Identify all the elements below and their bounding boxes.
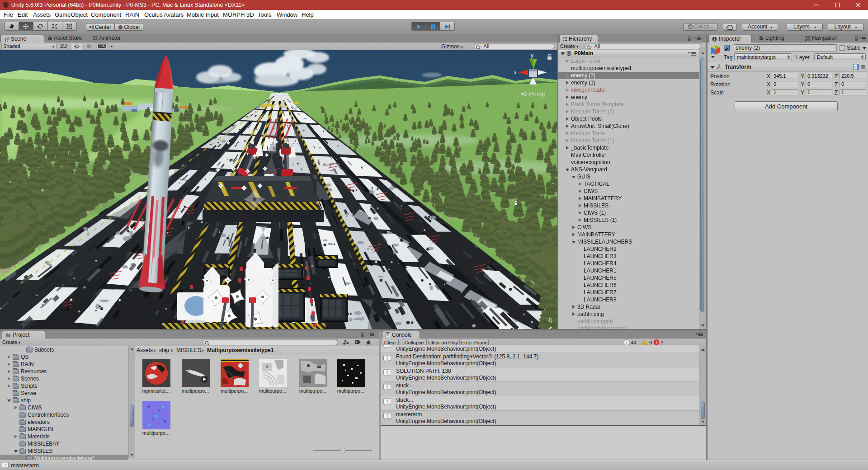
svg-text:!: ! <box>656 340 657 345</box>
svg-text:!: ! <box>387 356 388 361</box>
svg-text:x: x <box>514 70 517 75</box>
svg-text:!: ! <box>387 414 388 418</box>
svg-text:44: 44 <box>631 340 636 345</box>
svg-text:!: ! <box>5 463 6 467</box>
svg-text:!: ! <box>387 370 388 375</box>
svg-text:!: ! <box>387 385 388 390</box>
svg-text:!: ! <box>387 399 388 404</box>
svg-text:!: ! <box>626 340 627 345</box>
svg-text:y: y <box>531 52 533 59</box>
svg-text:9: 9 <box>649 340 652 345</box>
svg-text:?: ? <box>854 65 857 69</box>
svg-text:Persp: Persp <box>529 90 546 98</box>
svg-text:2: 2 <box>660 340 663 345</box>
